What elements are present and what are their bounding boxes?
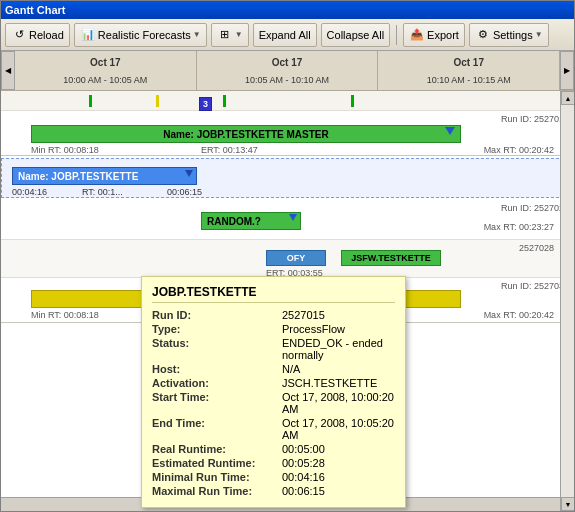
run-id-5: Run ID: 2527030 [501, 281, 569, 291]
tooltip-value: 2527015 [282, 309, 325, 321]
label-min: 00:04:16 [12, 187, 47, 197]
tooltip-value: 00:05:00 [282, 443, 325, 455]
ofy-bar[interactable]: OFY [266, 250, 326, 266]
ert-1: ERT: 00:13:47 [201, 145, 258, 155]
settings-icon: ⚙ [475, 27, 491, 43]
col3-date: Oct 17 [453, 57, 484, 68]
separator [396, 25, 397, 45]
max-rt-5: Max RT: 00:20:42 [484, 310, 554, 320]
forecast-icon: 📊 [80, 27, 96, 43]
tooltip-row: Maximal Run Time:00:06:15 [152, 485, 395, 497]
settings-label: Settings [493, 29, 533, 41]
jsfw-label: JSFW.TESTKETTE [351, 253, 431, 263]
marker-green-3 [351, 95, 354, 107]
collapse-all-label: Collapse All [327, 29, 384, 41]
realistic-forecasts-button[interactable]: 📊 Realistic Forecasts ▼ [74, 23, 207, 47]
scroll-down-btn[interactable]: ▼ [561, 497, 574, 511]
expand-collapse-button[interactable]: ⊞ ▼ [211, 23, 249, 47]
tooltip-key: Type: [152, 323, 282, 335]
marker-green-2 [223, 95, 226, 107]
toolbar: ↺ Reload 📊 Realistic Forecasts ▼ ⊞ ▼ Exp… [1, 19, 574, 51]
expand-icon: ⊞ [217, 27, 233, 43]
reload-button[interactable]: ↺ Reload [5, 23, 70, 47]
tooltip-row: Host:N/A [152, 363, 395, 375]
tooltip-row: Activation:JSCH.TESTKETTE [152, 377, 395, 389]
gantt-row-ofy: OFY JSFW.TESTKETTE ERT: 00:03:55 2527028 [1, 240, 574, 278]
tooltip-value: 00:06:15 [282, 485, 325, 497]
export-button[interactable]: 📤 Export [403, 23, 465, 47]
label-rt: RT: 00:1... [82, 187, 123, 197]
tooltip-key: Run ID: [152, 309, 282, 321]
tooltip-rows: Run ID:2527015Type:ProcessFlowStatus:END… [152, 309, 395, 497]
gantt-window: Gantt Chart ↺ Reload 📊 Realistic Forecas… [0, 0, 575, 512]
tooltip-value: ProcessFlow [282, 323, 345, 335]
master-bar[interactable]: Name: JOBP.TESTKETTE MASTER [31, 125, 461, 143]
master-bar-label: Name: JOBP.TESTKETTE MASTER [163, 129, 328, 140]
tooltip-value: 00:04:16 [282, 471, 325, 483]
scroll-up-btn[interactable]: ▲ [561, 91, 574, 105]
triangle-marker [445, 127, 455, 135]
run-id-3: Run ID: 2527024 [501, 203, 569, 213]
tooltip-value: JSCH.TESTKETTE [282, 377, 377, 389]
col2-date: Oct 17 [272, 57, 303, 68]
random-bar[interactable]: RANDOM.? [201, 212, 301, 230]
col2-time: 10:05 AM - 10:10 AM [245, 75, 329, 85]
gantt-row-marker: 3 [1, 91, 574, 111]
expand-all-button[interactable]: Expand All [253, 23, 317, 47]
jsfw-bar[interactable]: JSFW.TESTKETTE [341, 250, 441, 266]
settings-dropdown-arrow: ▼ [535, 30, 543, 39]
time-col-3: Oct 17 10:10 AM - 10:15 AM [378, 51, 560, 90]
tooltip-value: 00:05:28 [282, 457, 325, 469]
gantt-row-selected: Name: JOBP.TESTKETTE 00:04:16 RT: 00:1..… [1, 158, 574, 198]
tooltip-value: ENDED_OK - ended normally [282, 337, 395, 361]
tooltip-row: Status:ENDED_OK - ended normally [152, 337, 395, 361]
time-header: ◀ Oct 17 10:00 AM - 10:05 AM Oct 17 10:0… [1, 51, 574, 91]
tooltip-row: Minimal Run Time:00:04:16 [152, 471, 395, 483]
run-id-1: Run ID: 2527014 [501, 114, 569, 124]
tooltip-row: Real Runtime:00:05:00 [152, 443, 395, 455]
tooltip-key: Estimated Runtime: [152, 457, 282, 469]
scroll-track-v[interactable] [561, 105, 574, 497]
tooltip-row: Start Time:Oct 17, 2008, 10:00:20 AM [152, 391, 395, 415]
time-col-1: Oct 17 10:00 AM - 10:05 AM [15, 51, 197, 90]
max-rt-3: Max RT: 00:23:27 [484, 222, 554, 232]
random-bar-label: RANDOM.? [207, 216, 261, 227]
tooltip-key: End Time: [152, 417, 282, 441]
tooltip-key: Maximal Run Time: [152, 485, 282, 497]
selected-bar[interactable]: Name: JOBP.TESTKETTE [12, 167, 197, 185]
tooltip-value: Oct 17, 2008, 10:00:20 AM [282, 391, 395, 415]
gantt-row-master: Run ID: 2527014 Name: JOBP.TESTKETTE MAS… [1, 111, 574, 156]
settings-button[interactable]: ⚙ Settings ▼ [469, 23, 549, 47]
expand-all-label: Expand All [259, 29, 311, 41]
export-icon: 📤 [409, 27, 425, 43]
scrollbar-vertical[interactable]: ▲ ▼ [560, 91, 574, 511]
export-label: Export [427, 29, 459, 41]
tooltip-key: Activation: [152, 377, 282, 389]
tooltip-value: Oct 17, 2008, 10:05:20 AM [282, 417, 395, 441]
gantt-body: 3 Run ID: 2527014 Name: JOBP.TESTKETTE M… [1, 91, 574, 511]
collapse-all-button[interactable]: Collapse All [321, 23, 390, 47]
selected-triangle [185, 170, 193, 177]
realistic-forecasts-label: Realistic Forecasts [98, 29, 191, 41]
forecast-dropdown-arrow: ▼ [193, 30, 201, 39]
gantt-row-random: Run ID: 2527024 RANDOM.? Max RT: 00:23:2… [1, 200, 574, 240]
ofy-label: OFY [287, 253, 306, 263]
tooltip-row: Type:ProcessFlow [152, 323, 395, 335]
number-badge: 3 [199, 97, 212, 111]
tooltip-value: N/A [282, 363, 300, 375]
max-rt-1: Max RT: 00:20:42 [484, 145, 554, 155]
run-id-jsfw: 2527028 [519, 243, 554, 253]
gantt-area: ◀ Oct 17 10:00 AM - 10:05 AM Oct 17 10:0… [1, 51, 574, 511]
min-rt-5: Min RT: 00:08:18 [31, 310, 99, 320]
tooltip-key: Minimal Run Time: [152, 471, 282, 483]
scroll-left-arrow[interactable]: ◀ [1, 51, 15, 90]
scroll-right-arrow[interactable]: ▶ [560, 51, 574, 90]
min-rt-1: Min RT: 00:08:18 [31, 145, 99, 155]
col1-time: 10:00 AM - 10:05 AM [63, 75, 147, 85]
random-triangle [289, 214, 297, 221]
tooltip-key: Status: [152, 337, 282, 361]
tooltip-row: Run ID:2527015 [152, 309, 395, 321]
reload-label: Reload [29, 29, 64, 41]
tooltip-key: Host: [152, 363, 282, 375]
col1-date: Oct 17 [90, 57, 121, 68]
